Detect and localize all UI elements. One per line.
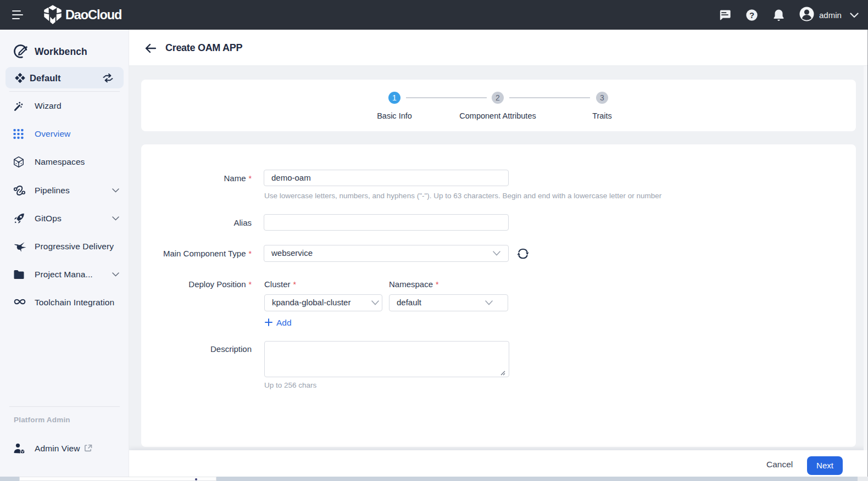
svg-text:?: ? bbox=[749, 10, 754, 20]
